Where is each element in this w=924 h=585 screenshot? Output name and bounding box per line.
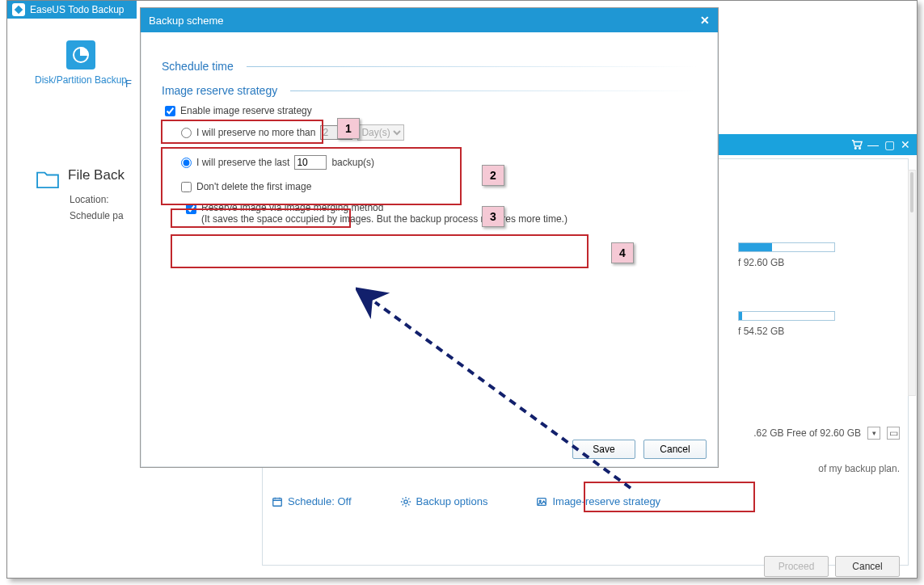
- footer-buttons: Proceed Cancel: [764, 556, 900, 577]
- preserve-days-radio[interactable]: [181, 128, 192, 138]
- dont-delete-label: Don't delete the first image: [196, 181, 311, 192]
- enable-strategy-option[interactable]: Enable image reserve strategy: [162, 103, 697, 118]
- schedule-time-label: Schedule time: [162, 60, 234, 73]
- disk-partition-backup-tile[interactable]: Disk/Partition Backup: [35, 40, 127, 86]
- disk-icon: [66, 40, 95, 69]
- svg-point-7: [540, 500, 542, 502]
- proceed-button[interactable]: Proceed: [764, 556, 829, 577]
- image-reserve-label: Image-reserve strategy: [552, 495, 660, 507]
- enable-strategy-label: Enable image reserve strategy: [180, 105, 312, 116]
- app-title: EaseUS Todo Backup: [30, 4, 124, 15]
- scrollbar[interactable]: [908, 170, 916, 396]
- plan-title: File Back: [68, 167, 124, 183]
- close-icon[interactable]: ✕: [897, 137, 913, 153]
- svg-point-1: [854, 148, 856, 149]
- dont-delete-option[interactable]: Don't delete the first image: [178, 179, 697, 194]
- preserve-days-option[interactable]: I will preserve no more than Day(s): [178, 123, 697, 142]
- schedule-time-section[interactable]: Schedule time: [162, 60, 697, 73]
- preserve-last-option[interactable]: I will preserve the last backup(s): [178, 154, 697, 171]
- backup-options-link[interactable]: Backup options: [400, 495, 488, 507]
- image-reserve-section-label: Image reserve strategy: [162, 84, 277, 97]
- preserve-days-unit: Day(s): [357, 124, 404, 141]
- merge-method-sublabel: (It saves the space occupied by images. …: [201, 213, 567, 225]
- plan-option-links: Schedule: Off Backup options Image-reser…: [272, 495, 660, 507]
- disk-info-1: f 92.60 GB: [738, 242, 900, 268]
- image-icon: [536, 496, 547, 507]
- free-space-text: .62 GB Free of 92.60 GB: [753, 427, 861, 439]
- chevron-down-icon[interactable]: ▾: [867, 427, 880, 440]
- schedule-link-label: Schedule: Off: [288, 495, 352, 507]
- partial-text: F: [125, 78, 132, 90]
- preserve-last-unit: backup(s): [331, 157, 374, 168]
- description-fragment: of my backup plan.: [818, 463, 900, 474]
- schedule-label: Schedule pa: [70, 210, 124, 221]
- dont-delete-checkbox[interactable]: [181, 182, 192, 192]
- svg-marker-0: [15, 6, 23, 15]
- modal-close-icon[interactable]: ✕: [700, 14, 710, 27]
- disk-info-2: f 54.52 GB: [738, 311, 900, 337]
- folder-icon: [36, 170, 60, 189]
- svg-rect-4: [273, 498, 282, 506]
- svg-point-2: [859, 148, 861, 149]
- maximize-icon[interactable]: ▢: [881, 137, 897, 153]
- schedule-link[interactable]: Schedule: Off: [272, 495, 352, 507]
- save-button[interactable]: Save: [572, 440, 635, 459]
- calendar-icon: [272, 496, 283, 507]
- gear-icon: [400, 496, 411, 507]
- minimize-icon[interactable]: —: [865, 137, 881, 153]
- modal-title-text: Backup scheme: [149, 15, 224, 27]
- svg-point-5: [403, 499, 407, 503]
- image-reserve-section: Image reserve strategy: [162, 84, 697, 97]
- preserve-last-input[interactable]: [294, 155, 327, 170]
- cancel-main-button[interactable]: Cancel: [835, 556, 900, 577]
- modal-titlebar: Backup scheme ✕: [141, 8, 718, 32]
- cancel-button[interactable]: Cancel: [643, 440, 707, 459]
- image-reserve-link[interactable]: Image-reserve strategy: [536, 495, 660, 507]
- tile-label: Disk/Partition Backup: [35, 74, 127, 86]
- merge-method-checkbox[interactable]: [186, 204, 196, 214]
- browse-icon[interactable]: ▭: [887, 427, 900, 440]
- cart-icon[interactable]: [849, 137, 865, 153]
- merge-method-option[interactable]: Reserve image via image merging method (…: [183, 200, 697, 226]
- disk-size-1: f 92.60 GB: [738, 257, 784, 268]
- backup-scheme-modal: Backup scheme ✕ Schedule time Image rese…: [140, 7, 719, 468]
- window-controls-bar: — ▢ ✕: [707, 134, 917, 155]
- destination-line: .62 GB Free of 92.60 GB ▾ ▭: [753, 427, 900, 440]
- location-label: Location:: [70, 194, 109, 205]
- app-titlebar: EaseUS Todo Backup: [7, 1, 137, 19]
- disk-size-2: f 54.52 GB: [738, 326, 784, 337]
- preserve-last-label: I will preserve the last: [196, 157, 289, 168]
- sidebar: Disk/Partition Backup: [24, 40, 137, 86]
- preserve-days-input: [320, 125, 352, 140]
- preserve-last-radio[interactable]: [181, 158, 192, 168]
- app-logo-icon: [12, 3, 25, 16]
- merge-method-label: Reserve image via image merging method: [201, 202, 567, 213]
- preserve-days-label: I will preserve no more than: [196, 127, 315, 138]
- enable-strategy-checkbox[interactable]: [165, 106, 175, 116]
- backup-options-label: Backup options: [416, 495, 488, 507]
